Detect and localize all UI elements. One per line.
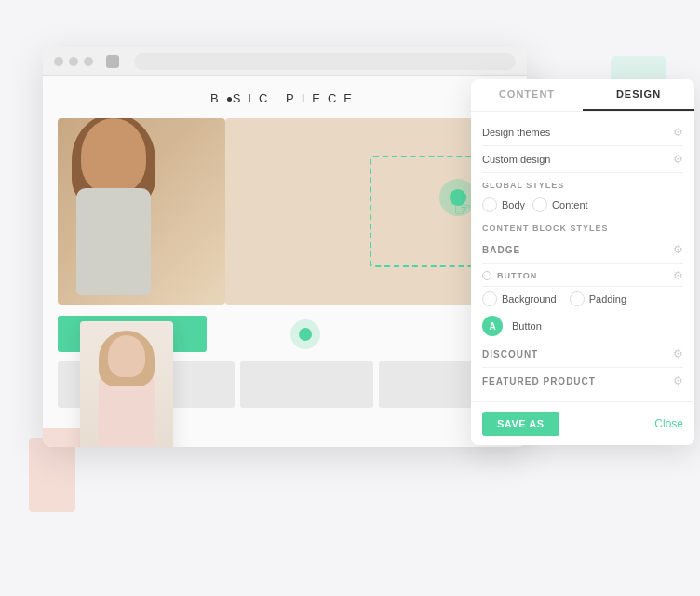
radio-body[interactable] <box>482 197 497 212</box>
radio-padding-label: Padding <box>589 293 626 305</box>
radio-item-content[interactable]: Content <box>532 197 588 212</box>
panel-row-badge[interactable]: BADGE ⚙ <box>482 237 683 264</box>
tab-design[interactable]: DESIGN <box>583 79 694 111</box>
browser-content: BSIC PIECE ☞ <box>43 76 527 447</box>
panel-footer: SAVE AS Close <box>471 401 694 445</box>
cursor-icon: ☞ <box>453 197 472 222</box>
connector-dot-inner <box>299 328 312 341</box>
radio-background-label: Background <box>502 293 557 305</box>
button-radio-background[interactable]: Background <box>482 291 557 306</box>
design-panel: CONTENT DESIGN Design themes ⚙ Custom de… <box>471 79 694 445</box>
panel-row-discount[interactable]: DISCOUNT ⚙ <box>482 341 683 368</box>
radio-item-body[interactable]: Body <box>482 197 525 212</box>
button-radio-group: Background Padding <box>482 291 626 306</box>
button-item-label: Button <box>512 320 542 332</box>
radio-content[interactable] <box>532 197 547 212</box>
featured-product-label: FEATURED PRODUCT <box>482 376 596 386</box>
discount-expand-icon: ⚙ <box>673 347 683 360</box>
global-styles-group: Body Content <box>482 194 683 216</box>
browser-window: BSIC PIECE ☞ <box>43 47 527 447</box>
button-radio-padding[interactable]: Padding <box>570 291 626 306</box>
button-collapse-icon <box>482 271 491 280</box>
button-a-row: A Button <box>482 311 683 341</box>
shop-title: BSIC PIECE <box>58 91 512 105</box>
panel-body: Design themes ⚙ Custom design ⚙ GLOBAL S… <box>471 112 694 401</box>
browser-titlebar <box>43 47 527 76</box>
custom-design-expand-icon: ⚙ <box>673 153 683 166</box>
title-dot <box>227 97 232 102</box>
featured-product-expand-icon: ⚙ <box>673 374 683 387</box>
connector-dot-outer <box>290 319 320 349</box>
button-a-icon[interactable]: A <box>482 316 503 336</box>
browser-dot-3 <box>84 57 93 66</box>
tab-content[interactable]: CONTENT <box>471 79 583 111</box>
woman-head <box>81 118 146 193</box>
small-product-image <box>80 321 173 447</box>
button-sub-row-1: Background Padding <box>482 287 683 311</box>
hero-image <box>58 118 225 305</box>
bg-decoration-pink <box>29 438 75 512</box>
button-section-header[interactable]: BUTTON ⚙ <box>482 264 683 287</box>
global-styles-header: GLOBAL STYLES <box>482 173 683 194</box>
radio-content-label: Content <box>552 199 588 210</box>
scene: BSIC PIECE ☞ <box>24 28 676 568</box>
panel-row-design-themes[interactable]: Design themes ⚙ <box>482 119 683 146</box>
hero-beige-block: ☞ <box>225 118 512 305</box>
browser-nav-icon <box>106 55 119 68</box>
hero-area: ☞ <box>58 118 512 305</box>
small-woman-head <box>108 335 145 377</box>
badge-label: BADGE <box>482 245 520 255</box>
woman-body <box>76 188 151 295</box>
save-as-button[interactable]: SAVE AS <box>482 412 559 436</box>
radio-body-label: Body <box>502 199 525 210</box>
browser-addressbar <box>134 53 516 70</box>
badge-expand-icon: ⚙ <box>673 243 683 256</box>
custom-design-label: Custom design <box>482 154 550 165</box>
content-block-styles-header: CONTENT BLOCK STYLES <box>482 216 683 237</box>
design-themes-expand-icon: ⚙ <box>673 126 683 139</box>
panel-row-featured-product[interactable]: FEATURED PRODUCT ⚙ <box>482 368 683 394</box>
design-themes-label: Design themes <box>482 127 550 138</box>
browser-dot-2 <box>69 57 78 66</box>
panel-row-custom-design[interactable]: Custom design ⚙ <box>482 146 683 173</box>
content-block-2 <box>240 361 373 408</box>
browser-dot-1 <box>54 57 63 66</box>
close-link[interactable]: Close <box>654 417 683 430</box>
button-expand-icon: ⚙ <box>673 269 683 282</box>
panel-tabs: CONTENT DESIGN <box>471 79 694 112</box>
small-woman <box>85 331 168 447</box>
button-section-label: BUTTON <box>497 271 537 280</box>
radio-padding[interactable] <box>570 291 585 306</box>
radio-background[interactable] <box>482 291 497 306</box>
discount-label: DISCOUNT <box>482 349 538 359</box>
